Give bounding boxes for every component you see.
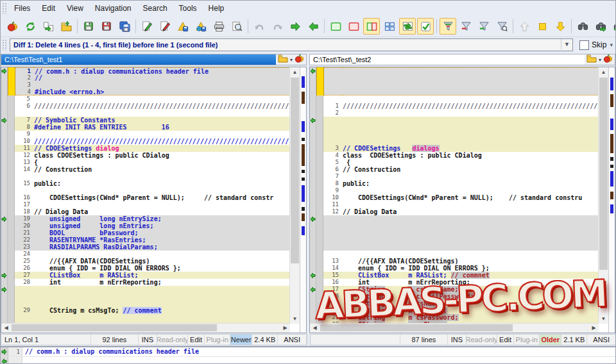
right-editor-pane[interactable]: 1///////////////////////////////////////… — [309, 67, 615, 333]
swap-files-button[interactable] — [40, 18, 56, 35]
left-code-line-6[interactable]: 6///////////////////////////////////////… — [1, 103, 290, 110]
right-code-line[interactable] — [310, 88, 599, 95]
code-text[interactable]: CString m_csName; — [341, 300, 599, 307]
menu-item-help[interactable]: Help — [203, 2, 230, 15]
show-first-pane-button[interactable] — [327, 18, 344, 35]
left-code-line-15[interactable]: 15public: — [1, 180, 290, 187]
right-code-line-17[interactable]: 17 CString m_csMailName; — [310, 286, 599, 293]
code-text[interactable]: { — [33, 159, 290, 166]
current-diff-strip[interactable] — [316, 222, 323, 229]
left-code-line-12[interactable]: 12class CDOESettings : public CDialog — [1, 152, 290, 159]
code-text[interactable] — [341, 244, 599, 251]
left-compare-apple-icon[interactable] — [295, 54, 304, 66]
current-diff-strip[interactable] — [8, 222, 15, 229]
current-diff-strip[interactable] — [8, 300, 15, 307]
right-code-line[interactable] — [310, 222, 599, 229]
show-four-panes-button[interactable] — [381, 18, 398, 35]
code-text[interactable] — [342, 88, 599, 95]
current-diff-detail-pane[interactable]: 1// comm.h : dialup communications heade… — [1, 346, 615, 364]
right-vertical-scrollbar[interactable]: ▲ ▼ — [598, 67, 609, 324]
current-diff-strip[interactable] — [316, 265, 323, 272]
left-change-map[interactable] — [300, 67, 306, 333]
edit-first-button[interactable] — [139, 18, 155, 35]
show-both-panes-button[interactable] — [363, 18, 380, 35]
left-code-line[interactable] — [1, 300, 290, 307]
change-map-mark-black[interactable] — [610, 157, 613, 161]
change-map-mark-black[interactable] — [610, 165, 613, 168]
next-diff-button[interactable] — [552, 18, 569, 35]
code-text[interactable]: { — [341, 159, 599, 166]
code-text[interactable]: CString m_csMsgTo; // comment — [33, 307, 290, 314]
left-vertical-scrollbar[interactable]: ▲ ▼ — [289, 67, 300, 324]
left-code-line-13[interactable]: 13{ — [1, 159, 290, 166]
left-code-line[interactable] — [1, 286, 290, 293]
current-diff-strip[interactable] — [8, 201, 15, 208]
right-code-line-18[interactable]: 18 CString m_csMailPassword; — [310, 293, 599, 300]
current-diff-strip[interactable] — [316, 103, 323, 110]
skip-checkbox-box[interactable] — [579, 40, 589, 50]
current-diff-strip[interactable] — [8, 286, 15, 293]
current-diff-strip[interactable] — [8, 159, 15, 166]
html-report-button[interactable] — [193, 18, 209, 35]
current-diff-strip[interactable] — [316, 236, 323, 244]
code-text[interactable] — [341, 236, 599, 244]
code-text[interactable]: CString m_csMailName; — [341, 286, 599, 293]
show-second-pane-button[interactable] — [345, 18, 362, 35]
menu-item-edit[interactable]: Edit — [36, 2, 61, 15]
scroll-up-icon[interactable]: ▲ — [599, 67, 608, 77]
filter-same-button[interactable] — [475, 18, 492, 35]
menu-item-navigation[interactable]: Navigation — [89, 2, 137, 15]
left-code-line-29[interactable]: 29 CString m_csMsgTo; // comment — [1, 307, 290, 314]
code-text[interactable]: // Dialog Data — [33, 208, 290, 215]
current-diff-strip[interactable] — [316, 117, 323, 124]
current-diff-strip[interactable] — [316, 194, 323, 201]
code-text[interactable]: RASENTRYNAME *RasEntries; — [33, 236, 290, 244]
left-code-line-27[interactable]: 27 CListBox m_RASList; — [1, 272, 290, 279]
change-map-mark-blue[interactable] — [610, 171, 613, 186]
code-text[interactable]: unsigned long nEntries; — [33, 222, 290, 229]
auto-rescan-button[interactable] — [417, 18, 434, 35]
code-text[interactable]: // Symbolic Constants — [33, 117, 290, 124]
right-code-line[interactable] — [310, 244, 599, 251]
skip-checkbox[interactable]: Skip — [579, 40, 606, 50]
change-map-mark-maroon[interactable] — [610, 192, 613, 199]
right-code-line-15[interactable]: 15 CListBox m_RASList; // commnet — [310, 272, 599, 279]
code-text[interactable]: CDOESettings(CWnd* pParent = NULL); // s… — [341, 194, 599, 201]
current-diff-strip[interactable] — [8, 110, 15, 117]
left-code-line-28[interactable]: 28 int m_nErrReporting; — [1, 279, 290, 286]
code-text[interactable]: public: — [341, 180, 599, 187]
current-diff-strip[interactable] — [8, 236, 15, 244]
current-diff-strip[interactable] — [8, 272, 15, 279]
left-code-line-5[interactable]: 5 — [1, 95, 290, 103]
save-first-button[interactable] — [80, 18, 97, 35]
change-map-mark-black[interactable] — [302, 138, 305, 141]
code-text[interactable]: ////////////////////////////////////////… — [341, 103, 599, 110]
right-code-line-20[interactable]: 20 CString m_csMsgTo; — [310, 307, 599, 314]
left-code-line[interactable] — [1, 173, 290, 180]
right-code-line-2[interactable]: 2 — [310, 110, 599, 117]
copy-to-right-button[interactable] — [287, 18, 304, 35]
code-text[interactable] — [341, 138, 599, 145]
change-map-mark-blue[interactable] — [610, 204, 613, 213]
current-diff-strip[interactable] — [316, 138, 323, 145]
current-diff-strip[interactable] — [8, 166, 15, 173]
right-code-line[interactable] — [310, 215, 599, 222]
code-text[interactable]: class CDOESettings : public CDialog — [33, 152, 290, 159]
code-text[interactable]: public: — [33, 180, 290, 187]
code-text[interactable]: CDOESettings(CWnd* pParent = NULL); // s… — [33, 194, 290, 201]
code-text[interactable] — [341, 215, 599, 222]
change-map-mark-maroon[interactable] — [610, 134, 613, 153]
right-code-line[interactable] — [310, 251, 599, 258]
left-code-line-7[interactable]: 7// Symbolic Constants — [1, 117, 290, 124]
right-code-line[interactable] — [310, 117, 599, 124]
current-diff-strip[interactable] — [316, 180, 323, 187]
code-text[interactable]: // Dialog Data — [341, 208, 599, 215]
right-code-line[interactable] — [310, 138, 599, 145]
current-diff-strip[interactable] — [8, 103, 15, 110]
code-text[interactable]: enum { IDD = IDD_DIAL_ON_ERRORS }; — [33, 265, 290, 272]
code-text[interactable]: // CDOESettings dialogs — [341, 145, 599, 152]
code-text[interactable] — [33, 173, 290, 180]
menu-item-files[interactable]: Files — [8, 2, 36, 15]
current-diff-strip[interactable] — [8, 95, 15, 103]
current-diff-strip[interactable] — [316, 258, 323, 265]
